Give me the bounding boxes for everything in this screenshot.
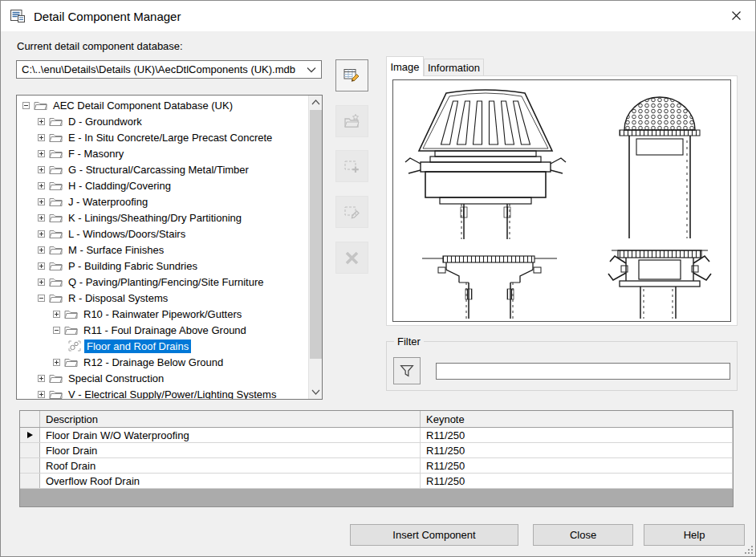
expand-plus-icon[interactable] <box>53 311 60 318</box>
keynote-cell[interactable]: R11/250 <box>421 474 733 488</box>
tree-item[interactable]: Special Construction <box>17 370 308 386</box>
tree-item-label: R11 - Foul Drainage Above Ground <box>81 323 249 337</box>
expand-plus-icon[interactable] <box>38 246 45 254</box>
folder-icon <box>49 388 63 400</box>
apply-filter-button[interactable] <box>393 357 421 384</box>
resize-grip-icon[interactable] <box>745 546 754 555</box>
tree-item[interactable]: K - Linings/Sheathing/Dry Partitioning <box>17 209 308 226</box>
row-selector[interactable] <box>20 474 40 488</box>
table-row[interactable]: Roof DrainR11/250 <box>20 458 733 474</box>
description-cell[interactable]: Floor Drain <box>40 443 421 457</box>
tree-item-label: Special Construction <box>66 372 166 385</box>
keynote-cell[interactable]: R11/250 <box>421 428 733 442</box>
category-tree[interactable]: AEC Detail Component Database (UK)D - Gr… <box>16 95 323 400</box>
component-preview <box>392 79 731 322</box>
scrollbar-thumb[interactable] <box>310 110 322 359</box>
collapse-minus-icon[interactable] <box>22 102 30 109</box>
tab-image[interactable]: Image <box>386 56 424 76</box>
table-row[interactable]: Overflow Roof DrainR11/250 <box>20 474 733 489</box>
component-icon <box>68 340 81 352</box>
folder-icon <box>49 212 63 223</box>
window-close-button[interactable] <box>717 1 755 30</box>
expand-plus-icon[interactable] <box>38 230 45 238</box>
database-combobox-value: C:\..\enu\Details\Details (UK)\AecDtlCom… <box>22 63 295 75</box>
expand-plus-icon[interactable] <box>38 391 45 398</box>
expand-plus-icon[interactable] <box>38 166 45 173</box>
folder-icon <box>49 132 63 143</box>
tree-item-label: R10 - Rainwater Pipework/Gutters <box>81 307 244 321</box>
tree-item-label: Q - Paving/Planting/Fencing/Site Furnitu… <box>66 275 266 289</box>
titlebar: Detail Component Manager <box>1 1 755 31</box>
keynote-cell[interactable]: R11/250 <box>421 443 733 457</box>
tree-item[interactable]: J - Waterproofing <box>17 193 308 209</box>
expand-plus-icon[interactable] <box>38 198 45 205</box>
filter-input[interactable] <box>436 363 730 380</box>
tree-item[interactable]: F - Masonry <box>17 145 308 161</box>
scroll-down-icon[interactable] <box>309 385 323 399</box>
expand-plus-icon[interactable] <box>38 134 45 141</box>
current-row-arrow-icon <box>27 432 33 438</box>
delete-icon <box>343 249 361 267</box>
help-button[interactable]: Help <box>644 524 745 546</box>
preview-roof-drain <box>405 90 566 239</box>
edit-database-button[interactable] <box>335 59 368 91</box>
expand-plus-icon[interactable] <box>38 118 45 125</box>
tree-item[interactable]: R - Disposal Systems <box>17 290 308 306</box>
description-cell[interactable]: Floor Drain W/O Waterproofing <box>40 428 421 442</box>
keynote-cell[interactable]: R11/250 <box>421 458 733 473</box>
expand-plus-icon[interactable] <box>38 182 45 189</box>
collapse-minus-icon[interactable] <box>53 327 60 334</box>
expand-plus-icon[interactable] <box>53 359 60 366</box>
tree-item[interactable]: H - Cladding/Covering <box>17 177 308 193</box>
tree-item[interactable]: R12 - Drainage Below Ground <box>17 354 308 370</box>
grid-header: Description Keynote <box>20 411 733 428</box>
tree-item[interactable]: R11 - Foul Drainage Above Ground <box>17 322 308 338</box>
tree-item[interactable]: R10 - Rainwater Pipework/Gutters <box>17 306 308 322</box>
grid-header-keynote[interactable]: Keynote <box>421 411 733 427</box>
row-selector[interactable] <box>20 443 40 457</box>
tree-item[interactable]: E - In Situ Concrete/Large Precast Concr… <box>17 129 308 145</box>
row-selector[interactable] <box>20 428 40 442</box>
tree-item[interactable]: M - Surface Finishes <box>17 242 308 258</box>
folder-icon <box>49 276 63 287</box>
preview-floor-drain <box>422 256 557 319</box>
grid-header-description[interactable]: Description <box>40 411 421 427</box>
drain-drawings <box>393 80 730 321</box>
expand-plus-icon[interactable] <box>38 150 45 157</box>
filter-group: Filter <box>386 341 738 391</box>
tree-item-label: R12 - Drainage Below Ground <box>81 356 226 369</box>
tree-item[interactable]: AEC Detail Component Database (UK) <box>17 97 308 113</box>
expand-plus-icon[interactable] <box>38 375 45 382</box>
tree-scrollbar[interactable] <box>308 96 322 399</box>
tree-item[interactable]: V - Electrical Supply/Power/Lighting Sys… <box>17 386 308 400</box>
insert-component-button[interactable]: Insert Component <box>350 524 518 546</box>
tree-item-label: M - Surface Finishes <box>66 243 166 257</box>
folder-icon <box>49 196 63 207</box>
expand-plus-icon[interactable] <box>38 262 45 270</box>
expand-plus-icon[interactable] <box>38 214 45 222</box>
folder-icon <box>64 308 78 319</box>
folder-icon <box>49 148 63 159</box>
close-button[interactable]: Close <box>533 524 633 546</box>
tree-item[interactable]: P - Building Fabric Sundries <box>17 258 308 274</box>
tree-item-label: D - Groundwork <box>66 115 144 128</box>
tree-item[interactable]: G - Structural/Carcassing Metal/Timber <box>17 161 308 177</box>
tree-item-label: E - In Situ Concrete/Large Precast Concr… <box>66 131 274 144</box>
description-cell[interactable]: Overflow Roof Drain <box>40 474 421 488</box>
table-row[interactable]: Floor Drain W/O WaterproofingR11/250 <box>20 428 733 443</box>
tree-item[interactable]: Q - Paving/Planting/Fencing/Site Furnitu… <box>17 274 308 290</box>
folder-icon <box>49 164 63 175</box>
tree-item[interactable]: Floor and Roof Drains <box>17 338 308 354</box>
tab-information[interactable]: Information <box>424 59 484 76</box>
scroll-up-icon[interactable] <box>309 96 323 109</box>
chevron-down-icon <box>307 67 316 73</box>
add-group-button <box>335 105 368 137</box>
database-combobox[interactable]: C:\..\enu\Details\Details (UK)\AecDtlCom… <box>16 60 322 79</box>
description-cell[interactable]: Roof Drain <box>40 458 421 473</box>
collapse-minus-icon[interactable] <box>38 295 45 302</box>
expand-plus-icon[interactable] <box>38 278 45 286</box>
row-selector[interactable] <box>20 458 40 473</box>
tree-item[interactable]: L - Windows/Doors/Stairs <box>17 226 308 242</box>
table-row[interactable]: Floor DrainR11/250 <box>20 443 733 458</box>
tree-item[interactable]: D - Groundwork <box>17 113 308 129</box>
